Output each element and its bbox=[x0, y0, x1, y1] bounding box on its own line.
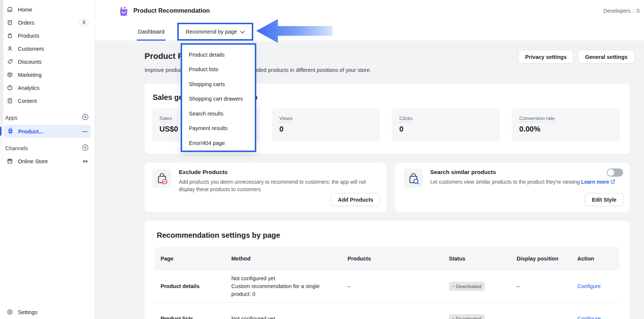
dropdown-item-shopping-cart-drawers[interactable]: Shopping cart drawers bbox=[182, 92, 255, 107]
sidebar-item-customers[interactable]: Customers bbox=[0, 42, 95, 55]
column-header-method: Method bbox=[225, 256, 342, 262]
table-row: Product details Not configured yet Custo… bbox=[155, 270, 619, 303]
search-similar-description: Let customers view similar products to t… bbox=[430, 179, 618, 186]
page-title: Product Recommendation bbox=[133, 7, 210, 14]
stat-label[interactable]: Conversion rate bbox=[519, 116, 555, 122]
marketing-icon bbox=[7, 72, 13, 78]
sidebar-item-home[interactable]: Home bbox=[0, 3, 95, 16]
gear-icon bbox=[7, 309, 13, 315]
sidebar-item-analytics[interactable]: Analytics bbox=[0, 81, 95, 94]
dropdown-item-product-details[interactable]: Product details bbox=[182, 47, 255, 62]
status-badge: Deactivated bbox=[449, 282, 485, 291]
sidebar-item-product-recommendation-app[interactable]: Product... ⋯ bbox=[4, 125, 91, 138]
app-options-icon[interactable]: ⋯ bbox=[82, 129, 88, 135]
stat-tile-conversion-rate: Conversion rate 0.00% bbox=[512, 108, 620, 142]
toggle-knob bbox=[607, 169, 614, 176]
recommend-by-page-dropdown: Product details Product lists Shopping c… bbox=[181, 43, 256, 152]
exclude-products-description: Add products you deem unnecessary to rec… bbox=[179, 179, 374, 193]
sidebar-item-label: Home bbox=[18, 7, 32, 13]
exclude-products-card: Exclude Products Add products you deem u… bbox=[145, 163, 386, 212]
settings-table: Page Method Products Status Display posi… bbox=[155, 247, 619, 319]
dropdown-item-shopping-carts[interactable]: Shopping carts bbox=[182, 77, 255, 92]
chevron-down-icon bbox=[240, 29, 245, 35]
column-header-page: Page bbox=[155, 256, 225, 262]
active-item-indicator bbox=[0, 127, 1, 136]
preview-eye-icon[interactable] bbox=[82, 158, 89, 165]
stat-value: 0 bbox=[279, 125, 372, 133]
sidebar-item-label: Analytics bbox=[18, 85, 39, 91]
sidebar-item-discounts[interactable]: Discounts bbox=[0, 55, 95, 68]
stat-tile-views: Views 0 bbox=[272, 108, 380, 142]
sidebar-item-label: Content bbox=[18, 98, 37, 104]
sidebar-item-content[interactable]: Content bbox=[0, 94, 95, 107]
cell-display-position: – bbox=[511, 283, 571, 289]
sidebar-item-online-store[interactable]: Online Store bbox=[0, 155, 95, 168]
cell-status: Deactivated bbox=[443, 282, 511, 291]
cell-display-position: – bbox=[511, 316, 571, 319]
stat-label[interactable]: Sales bbox=[159, 116, 172, 122]
table-row: Product lists Not configured yet – Deact… bbox=[155, 303, 619, 319]
customers-icon bbox=[7, 45, 13, 52]
cell-products: – bbox=[342, 283, 443, 289]
column-header-display-position: Display position bbox=[511, 256, 571, 262]
active-tab-underline bbox=[137, 40, 166, 41]
app-logo-icon: ♥ ♥ bbox=[118, 6, 130, 18]
sidebar-item-settings[interactable]: Settings bbox=[0, 306, 95, 319]
add-app-icon[interactable] bbox=[82, 114, 89, 121]
recommendation-settings-heading: Recommendation settings by page bbox=[157, 231, 629, 240]
sidebar-item-products[interactable]: Products bbox=[0, 29, 95, 42]
dropdown-item-payment-results[interactable]: Payment results bbox=[182, 121, 255, 136]
stat-value: 0.00% bbox=[519, 125, 612, 133]
developers-label[interactable]: Developers：S bbox=[603, 7, 644, 15]
tab-dashboard[interactable]: Dashboard bbox=[137, 23, 166, 41]
edit-style-button[interactable]: Edit Style bbox=[585, 193, 624, 206]
stat-label[interactable]: Views bbox=[279, 116, 293, 122]
sidebar-item-marketing[interactable]: Marketing bbox=[0, 68, 95, 81]
dropdown-item-error-404-page[interactable]: Error/404 page bbox=[182, 136, 255, 151]
cell-products: – bbox=[342, 316, 443, 319]
svg-text:♥: ♥ bbox=[124, 6, 126, 10]
sidebar-item-label: Products bbox=[18, 33, 39, 39]
products-icon bbox=[7, 32, 13, 39]
tab-recommend-by-page[interactable]: Recommend by page bbox=[177, 23, 253, 41]
configure-link[interactable]: Configure bbox=[571, 316, 619, 319]
learn-more-link[interactable]: Learn more bbox=[581, 179, 615, 185]
storefront-icon bbox=[7, 158, 13, 164]
recommendation-settings-card: Recommendation settings by page Page Met… bbox=[145, 221, 629, 319]
cell-page: Product details bbox=[155, 283, 225, 289]
sidebar: Home Orders 8 Products Customers Disco bbox=[0, 0, 95, 319]
column-header-action: Action bbox=[571, 256, 619, 262]
orders-count-badge: 8 bbox=[79, 19, 89, 26]
stat-tile-clicks: Clicks 0 bbox=[392, 108, 500, 142]
cell-method: Not configured yet bbox=[225, 315, 342, 319]
column-header-status: Status bbox=[443, 256, 511, 262]
add-channel-icon[interactable] bbox=[82, 144, 89, 152]
search-similar-toggle[interactable] bbox=[607, 168, 623, 177]
dropdown-item-search-results[interactable]: Search results bbox=[182, 106, 255, 121]
app-bag-icon bbox=[7, 127, 14, 135]
stat-label[interactable]: Clicks bbox=[399, 116, 413, 122]
add-products-button[interactable]: Add Products bbox=[331, 193, 380, 206]
search-similar-bag-icon bbox=[404, 169, 423, 188]
sidebar-item-label: Marketing bbox=[18, 72, 42, 78]
cell-status: Deactivated bbox=[443, 314, 511, 319]
privacy-settings-button[interactable]: Privacy settings bbox=[518, 50, 574, 64]
content-icon bbox=[7, 98, 13, 104]
sidebar-section-apps: Apps bbox=[0, 111, 95, 124]
orders-icon bbox=[7, 19, 13, 26]
sidebar-item-orders[interactable]: Orders 8 bbox=[0, 16, 95, 29]
dropdown-item-product-lists[interactable]: Product lists bbox=[182, 62, 255, 77]
sidebar-item-label: Customers bbox=[18, 46, 44, 52]
search-similar-title: Search similar products bbox=[430, 169, 496, 176]
table-header-row: Page Method Products Status Display posi… bbox=[155, 247, 619, 270]
sidebar-item-label: Orders bbox=[18, 20, 34, 26]
stat-value: 0 bbox=[399, 125, 492, 133]
app-item-label: Product... bbox=[18, 129, 43, 135]
sidebar-item-label: Settings bbox=[18, 309, 37, 315]
sidebar-section-channels: Channels bbox=[0, 142, 95, 155]
home-icon bbox=[7, 6, 13, 13]
app-header: ♥ ♥ Product Recommendation Developers：S bbox=[95, 0, 644, 23]
configure-link[interactable]: Configure bbox=[571, 283, 619, 289]
general-settings-button[interactable]: General settings bbox=[578, 50, 635, 64]
analytics-icon bbox=[7, 85, 13, 91]
